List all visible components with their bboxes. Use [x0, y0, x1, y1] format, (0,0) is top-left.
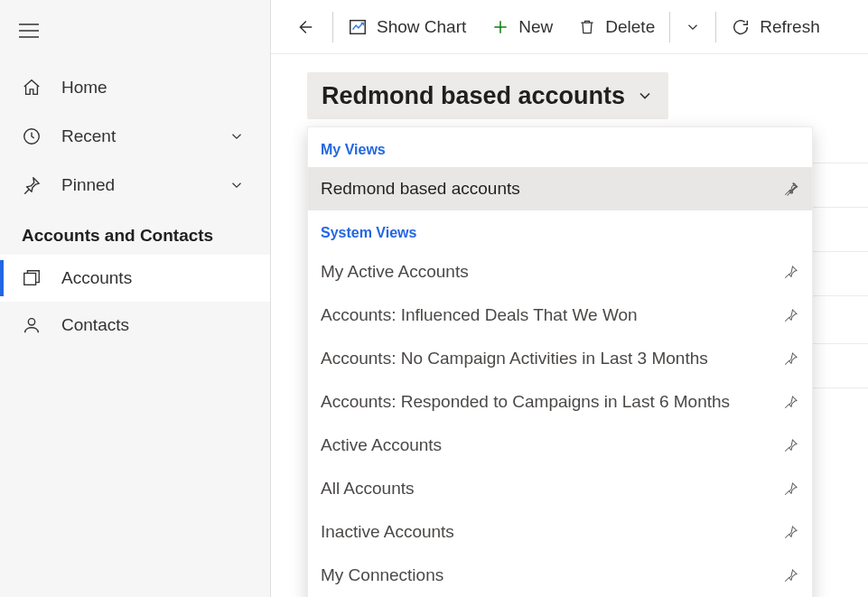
- pin-view-button[interactable]: [783, 307, 799, 323]
- refresh-icon: [731, 17, 751, 37]
- pin-icon: [783, 480, 799, 497]
- view-option-label: All Accounts: [321, 479, 415, 499]
- view-option[interactable]: Active Accounts: [308, 424, 812, 467]
- hamburger-icon: [19, 23, 39, 38]
- nav-pinned[interactable]: Pinned: [0, 161, 270, 210]
- view-option-label: My Connections: [321, 565, 443, 585]
- nav-accounts-label: Accounts: [61, 268, 132, 288]
- sidebar-section-header: Accounts and Contacts: [0, 210, 270, 255]
- view-option[interactable]: Inactive Accounts: [308, 510, 812, 554]
- command-bar: Show Chart New Delete Refresh: [271, 0, 868, 54]
- refresh-label: Refresh: [760, 17, 820, 37]
- sidebar: Home Recent Pinned Accounts and Contacts: [0, 0, 271, 597]
- pin-icon: [783, 437, 799, 453]
- pin-icon: [783, 307, 799, 323]
- home-icon: [22, 78, 61, 98]
- pin-icon: [22, 175, 61, 195]
- view-selector-label: Redmond based accounts: [322, 82, 625, 110]
- main-area: Show Chart New Delete Refresh Red: [271, 0, 868, 597]
- view-dropdown: My Views Redmond based accounts System V…: [307, 126, 813, 597]
- view-option[interactable]: My Active Accounts: [308, 250, 812, 294]
- view-option[interactable]: Redmond based accounts: [308, 167, 812, 210]
- view-option[interactable]: Accounts: No Campaign Activities in Last…: [308, 337, 812, 380]
- pin-view-button[interactable]: [783, 567, 799, 583]
- nav-contacts-label: Contacts: [61, 315, 129, 335]
- contacts-icon: [22, 315, 61, 335]
- delete-split-button[interactable]: [672, 0, 714, 54]
- refresh-button[interactable]: Refresh: [718, 0, 833, 54]
- back-button[interactable]: [278, 0, 331, 54]
- nav-contacts[interactable]: Contacts: [0, 302, 270, 349]
- new-button[interactable]: New: [479, 0, 565, 54]
- chevron-down-icon: [229, 128, 245, 145]
- chevron-down-icon: [685, 19, 701, 35]
- show-chart-button[interactable]: Show Chart: [335, 0, 479, 54]
- view-option[interactable]: Accounts: Influenced Deals That We Won: [308, 294, 812, 337]
- pin-view-button[interactable]: [783, 394, 799, 410]
- separator: [715, 12, 716, 42]
- view-option-label: Active Accounts: [321, 435, 442, 455]
- pin-view-button[interactable]: [783, 524, 799, 540]
- show-chart-label: Show Chart: [377, 17, 466, 37]
- view-option-label: Inactive Accounts: [321, 522, 454, 542]
- view-option-label: My Active Accounts: [321, 262, 469, 282]
- view-option-label: Redmond based accounts: [321, 179, 520, 199]
- pin-icon: [783, 264, 799, 280]
- delete-button[interactable]: Delete: [565, 0, 667, 54]
- back-icon: [294, 17, 314, 37]
- svg-point-2: [28, 319, 34, 325]
- nav-home[interactable]: Home: [0, 63, 270, 112]
- view-option-label: Accounts: No Campaign Activities in Last…: [321, 349, 708, 368]
- pin-view-button[interactable]: [783, 264, 799, 280]
- pin-icon: [783, 567, 799, 583]
- hamburger-button[interactable]: [4, 13, 54, 49]
- pin-icon: [783, 394, 799, 410]
- view-selector[interactable]: Redmond based accounts: [307, 72, 668, 119]
- view-option-label: Accounts: Responded to Campaigns in Last…: [321, 392, 730, 412]
- separator: [669, 12, 670, 42]
- view-option[interactable]: My Connections: [308, 554, 812, 597]
- separator: [332, 12, 333, 42]
- pin-icon: [783, 524, 799, 540]
- nav-recent[interactable]: Recent: [0, 112, 270, 161]
- nav-home-label: Home: [61, 78, 107, 98]
- plus-icon: [491, 18, 509, 36]
- pin-view-button[interactable]: [783, 350, 799, 367]
- chevron-down-icon: [229, 177, 245, 193]
- view-option[interactable]: All Accounts: [308, 467, 812, 510]
- svg-rect-1: [24, 274, 36, 285]
- pin-view-button[interactable]: [783, 437, 799, 453]
- clock-icon: [22, 126, 61, 146]
- trash-icon: [578, 18, 596, 36]
- nav-recent-label: Recent: [61, 126, 116, 146]
- nav-accounts[interactable]: Accounts: [0, 255, 270, 302]
- system-views-header: System Views: [308, 210, 812, 250]
- pin-icon: [783, 181, 799, 197]
- pin-view-button[interactable]: [783, 181, 799, 197]
- content: Redmond based accounts My Views Redmond …: [271, 54, 868, 119]
- chart-icon: [348, 17, 368, 37]
- delete-label: Delete: [605, 17, 655, 37]
- new-label: New: [518, 17, 553, 37]
- view-option-label: Accounts: Influenced Deals That We Won: [321, 305, 638, 325]
- accounts-icon: [22, 268, 61, 288]
- nav-pinned-label: Pinned: [61, 175, 115, 195]
- my-views-header: My Views: [308, 127, 812, 167]
- chevron-down-icon: [636, 87, 654, 105]
- pin-view-button[interactable]: [783, 480, 799, 497]
- view-option[interactable]: Accounts: Responded to Campaigns in Last…: [308, 380, 812, 424]
- pin-icon: [783, 350, 799, 367]
